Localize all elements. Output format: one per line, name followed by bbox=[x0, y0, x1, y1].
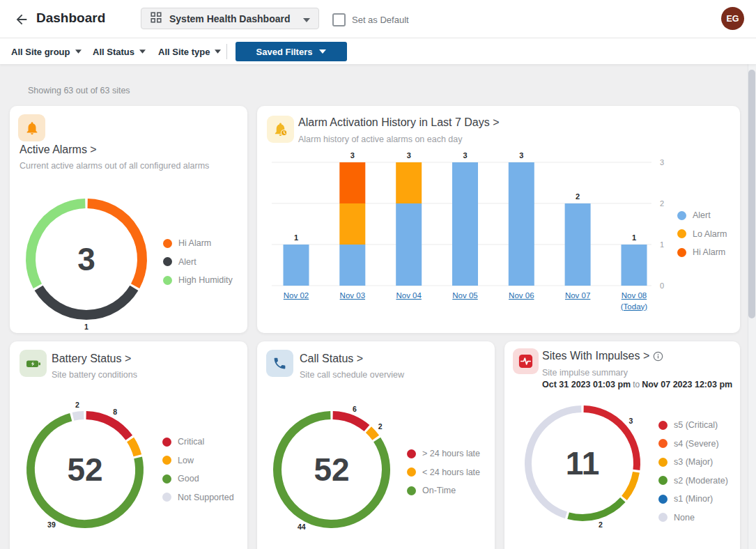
legend-item: Alert bbox=[163, 257, 233, 267]
info-icon[interactable] bbox=[653, 351, 663, 362]
site-group-filter-label: All Site group bbox=[11, 47, 70, 57]
bar-x-date-link[interactable]: Nov 03 bbox=[340, 291, 365, 302]
bar-x-date-link[interactable]: Nov 06 bbox=[509, 291, 534, 302]
donut-segment--24-hours-late bbox=[333, 415, 367, 428]
y-axis-tick: 2 bbox=[660, 199, 664, 208]
legend-item: s4 (Severe) bbox=[658, 439, 728, 449]
donut-segment-value: 1 bbox=[84, 323, 88, 331]
legend-item: Hi Alarm bbox=[677, 247, 727, 257]
bar-x-date-link[interactable]: Nov 07 bbox=[565, 291, 590, 302]
bar-segment-alert bbox=[452, 162, 478, 286]
battery-total: 52 bbox=[67, 451, 102, 488]
bar-total-label: 3 bbox=[519, 151, 523, 160]
legend-label: On-Time bbox=[422, 486, 456, 495]
donut-segment-value: 39 bbox=[47, 520, 56, 529]
legend-dot-icon bbox=[658, 513, 668, 522]
donut-segment-value: 6 bbox=[353, 405, 357, 413]
legend-item: s5 (Critical) bbox=[658, 420, 728, 430]
legend-dot-icon bbox=[658, 495, 668, 504]
legend-label: Hi Alarm bbox=[178, 238, 211, 248]
date-from: Oct 31 2023 01:03 pm bbox=[542, 380, 631, 389]
set-default-label: Set as Default bbox=[352, 15, 409, 25]
bar-x-date-link[interactable]: Nov 05 bbox=[452, 291, 477, 302]
alarm-history-title-link[interactable]: Alarm Activation History in Last 7 Days … bbox=[298, 116, 500, 129]
donut-segment--24-hours-late bbox=[369, 430, 376, 438]
page-title: Dashboard bbox=[36, 10, 105, 26]
bar-total-label: 1 bbox=[294, 233, 298, 242]
legend-dot-icon bbox=[658, 458, 668, 467]
bar-segment-alert bbox=[339, 245, 365, 286]
bar-segment-alert bbox=[565, 203, 591, 286]
battery-legend: CriticalLowGoodNot Supported bbox=[162, 437, 234, 511]
legend-item: s2 (Moderate) bbox=[658, 476, 728, 486]
legend-item: < 24 hours late bbox=[407, 467, 480, 477]
legend-label: Alert bbox=[178, 257, 196, 267]
legend-label: Lo Alarm bbox=[693, 229, 727, 239]
impulses-subtitle: Site impulse summary bbox=[542, 368, 628, 378]
active-alarms-total: 3 bbox=[77, 240, 95, 278]
donut-segment-critical bbox=[86, 415, 130, 438]
call-status-subtitle: Site call schedule overview bbox=[300, 370, 404, 380]
call-status-title-link[interactable]: Call Status > bbox=[300, 353, 363, 365]
bar-x-date-link[interactable]: Nov 04 bbox=[396, 291, 421, 302]
alarm-history-bell-clock-icon bbox=[267, 116, 294, 143]
phone-icon bbox=[266, 350, 293, 377]
donut-segment-alert bbox=[39, 288, 134, 315]
donut-segment-value: 8 bbox=[113, 408, 117, 416]
legend-dot-icon bbox=[677, 229, 686, 238]
filter-bar: All Site group All Status All Site type … bbox=[0, 39, 756, 64]
legend-dot-icon bbox=[407, 449, 416, 458]
back-arrow-icon[interactable] bbox=[14, 12, 31, 27]
donut-segment-hi-alarm bbox=[88, 203, 142, 286]
sites-with-impulses-card: Sites With Impulses > Site impulse summa… bbox=[504, 341, 740, 549]
y-axis-tick: 1 bbox=[660, 240, 664, 249]
battery-icon bbox=[20, 350, 47, 377]
bar-x-date-link[interactable]: Nov 08(Today) bbox=[621, 291, 647, 312]
impulses-title-link[interactable]: Sites With Impulses > bbox=[542, 350, 649, 362]
bar-segment-lo-alarm bbox=[339, 203, 365, 245]
impulses-legend: s5 (Critical)s4 (Severe)s3 (Major)s2 (Mo… bbox=[658, 420, 728, 531]
legend-item: s1 (Minor) bbox=[658, 494, 728, 504]
legend-dot-icon bbox=[162, 493, 171, 502]
legend-label: s1 (Minor) bbox=[674, 494, 713, 504]
active-alarms-subtitle: Current active alarms out of all configu… bbox=[20, 161, 209, 171]
active-alarms-title-link[interactable]: Active Alarms > bbox=[20, 144, 97, 156]
legend-label: s3 (Major) bbox=[674, 457, 713, 467]
dashboard-selector-dropdown[interactable]: System Health Dashboard bbox=[141, 8, 319, 29]
legend-dot-icon bbox=[163, 276, 172, 285]
active-alarms-legend: Hi AlarmAlertHigh Humidity bbox=[163, 238, 233, 294]
saved-filters-button[interactable]: Saved Filters bbox=[236, 42, 347, 61]
legend-item: Low bbox=[162, 456, 234, 465]
battery-status-subtitle: Site battery conditions bbox=[52, 370, 137, 380]
battery-status-title-link[interactable]: Battery Status > bbox=[52, 353, 131, 365]
status-filter-label: All Status bbox=[93, 47, 134, 57]
status-filter-dropdown[interactable]: All Status bbox=[93, 39, 146, 64]
bar-segment-lo-alarm bbox=[396, 162, 422, 203]
bar-segment-alert bbox=[284, 245, 309, 286]
call-legend: > 24 hours late< 24 hours lateOn-Time bbox=[407, 449, 480, 504]
donut-segment-value: 2 bbox=[599, 520, 603, 529]
site-group-filter-dropdown[interactable]: All Site group bbox=[11, 39, 82, 64]
bar-x-date-link[interactable]: Nov 02 bbox=[284, 291, 309, 302]
legend-dot-icon bbox=[407, 486, 416, 495]
legend-item: s3 (Major) bbox=[658, 457, 728, 467]
site-type-filter-dropdown[interactable]: All Site type bbox=[158, 39, 221, 64]
chevron-down-icon bbox=[75, 49, 82, 54]
bar-segment-alert bbox=[396, 203, 422, 286]
donut-segment-low bbox=[130, 440, 137, 456]
alarm-history-subtitle: Alarm history of active alarms on each d… bbox=[298, 134, 463, 144]
chevron-down-icon bbox=[139, 49, 146, 54]
legend-dot-icon bbox=[677, 211, 686, 220]
set-default-checkbox[interactable] bbox=[332, 13, 346, 26]
user-avatar[interactable]: EG bbox=[721, 7, 744, 30]
legend-item: Not Supported bbox=[162, 493, 234, 502]
legend-dot-icon bbox=[163, 257, 172, 266]
impulses-total: 11 bbox=[566, 444, 600, 482]
impulse-icon bbox=[513, 348, 539, 374]
dashboard-page: Dashboard System Health Dashboard Set as… bbox=[0, 0, 756, 549]
legend-label: Hi Alarm bbox=[693, 247, 725, 257]
legend-label: s5 (Critical) bbox=[674, 420, 718, 430]
legend-dot-icon bbox=[407, 467, 416, 477]
dashboard-grid-icon bbox=[150, 11, 162, 26]
scrollbar-thumb[interactable] bbox=[748, 70, 755, 318]
